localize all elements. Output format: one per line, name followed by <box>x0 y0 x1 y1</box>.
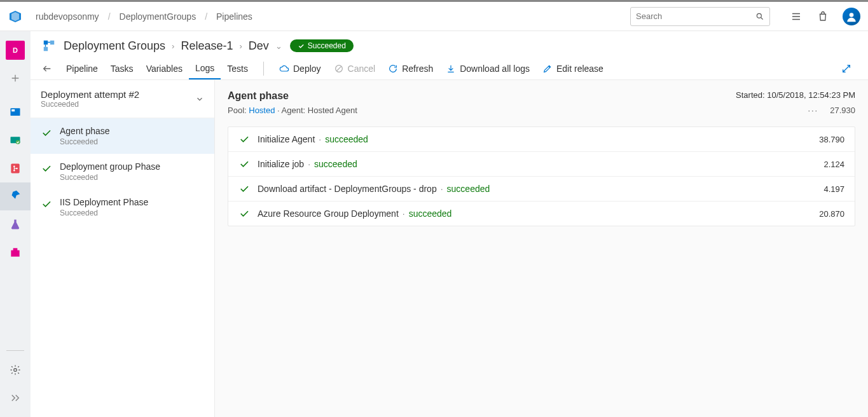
breadcrumb-sep: / <box>108 11 111 22</box>
status-badge: Succeeded <box>290 39 354 52</box>
project-tile[interactable]: D <box>6 41 25 60</box>
deployment-groups-icon <box>42 39 56 53</box>
svg-point-2 <box>850 13 854 17</box>
check-icon <box>41 127 52 139</box>
release-name[interactable]: Release-1 <box>181 39 233 53</box>
check-icon <box>238 158 250 170</box>
cloud-icon <box>279 64 289 74</box>
svg-line-1 <box>761 17 763 19</box>
edit-icon <box>542 64 553 74</box>
check-icon <box>238 183 250 195</box>
svg-rect-14 <box>44 41 48 44</box>
breadcrumb-project[interactable]: DeploymentGroups <box>120 11 196 22</box>
list-icon[interactable] <box>789 10 803 24</box>
check-icon <box>41 198 52 210</box>
nav-boards-icon[interactable] <box>6 103 25 122</box>
breadcrumb-section[interactable]: Pipelines <box>216 11 252 22</box>
chevron-down-icon[interactable]: ⌄ <box>275 41 282 51</box>
separator <box>263 62 264 76</box>
edit-release-button[interactable]: Edit release <box>536 60 610 78</box>
tab-tests[interactable]: Tests <box>221 58 254 79</box>
phase-item-agent[interactable]: Agent phaseSucceeded <box>31 118 214 154</box>
tab-tasks[interactable]: Tasks <box>104 58 140 79</box>
svg-rect-16 <box>44 47 48 51</box>
attempt-title: Deployment attempt #2 <box>41 89 139 100</box>
cancel-icon <box>334 64 344 74</box>
avatar[interactable] <box>843 8 860 25</box>
nav-test-icon[interactable] <box>6 215 25 234</box>
deploy-button[interactable]: Deploy <box>273 60 327 78</box>
chevron-right-icon: › <box>172 41 174 51</box>
phase-item-deployment-group[interactable]: Deployment group PhaseSucceeded <box>31 154 214 189</box>
check-icon <box>41 163 52 174</box>
attempt-status: Succeeded <box>41 100 139 109</box>
refresh-button[interactable]: Refresh <box>382 60 439 78</box>
more-icon[interactable]: ··· <box>808 106 818 115</box>
add-button[interactable] <box>6 69 25 88</box>
refresh-icon <box>388 64 398 74</box>
phase-item-iis[interactable]: IIS Deployment PhaseSucceeded <box>31 189 214 225</box>
search-box[interactable] <box>630 7 770 26</box>
pool-link[interactable]: Hosted <box>249 106 275 115</box>
task-row[interactable]: Initialize job·succeeded 2.124 <box>228 152 855 177</box>
check-icon <box>238 208 250 219</box>
chevron-right-icon: › <box>239 41 242 51</box>
shopping-bag-icon[interactable] <box>816 10 830 24</box>
settings-icon[interactable] <box>6 360 25 379</box>
svg-point-13 <box>14 369 17 372</box>
detail-panel: Agent phase Started: 10/5/2018, 12:54:23… <box>215 80 868 417</box>
task-row[interactable]: Azure Resource Group Deployment·succeede… <box>228 202 855 226</box>
fullscreen-icon[interactable] <box>841 64 851 74</box>
detail-started: Started: 10/5/2018, 12:54:23 PM <box>736 90 855 100</box>
cancel-button: Cancel <box>327 60 382 78</box>
svg-rect-4 <box>11 109 15 111</box>
svg-point-0 <box>757 13 761 18</box>
back-icon[interactable] <box>42 64 52 74</box>
task-row[interactable]: Download artifact - DeploymentGroups - d… <box>228 177 855 202</box>
nav-repos-icon[interactable] <box>6 159 25 178</box>
devops-logo-icon[interactable] <box>8 9 23 24</box>
attempt-header[interactable]: Deployment attempt #2 Succeeded <box>31 80 214 118</box>
nav-artifacts-icon[interactable] <box>6 243 25 262</box>
download-icon <box>446 64 456 74</box>
search-icon[interactable] <box>755 12 764 21</box>
nav-work-icon[interactable] <box>6 131 25 150</box>
download-logs-button[interactable]: Download all logs <box>439 60 536 78</box>
detail-total-time: 27.930 <box>830 106 855 115</box>
search-input[interactable] <box>636 11 755 21</box>
topbar: rubdevopsonmy / DeploymentGroups / Pipel… <box>0 0 868 31</box>
task-row[interactable]: Initialize Agent·succeeded 38.790 <box>228 127 855 152</box>
breadcrumb-org[interactable]: rubdevopsonmy <box>36 11 99 22</box>
check-icon <box>238 133 250 145</box>
detail-pool-info: Pool: Hosted · Agent: Hosted Agent <box>228 106 357 115</box>
page-header: Deployment Groups › Release-1 › Dev ⌄ Su… <box>31 31 868 53</box>
task-list: Initialize Agent·succeeded 38.790 Initia… <box>228 126 855 226</box>
svg-rect-15 <box>50 41 54 44</box>
tab-variables[interactable]: Variables <box>140 58 189 79</box>
tab-logs[interactable]: Logs <box>189 58 221 79</box>
tab-pipeline[interactable]: Pipeline <box>60 58 104 79</box>
svg-rect-12 <box>13 248 18 251</box>
detail-title: Agent phase <box>228 90 289 102</box>
collapse-icon[interactable] <box>6 388 25 407</box>
env-name[interactable]: Dev <box>249 39 269 53</box>
chevron-down-icon[interactable] <box>195 95 204 104</box>
siderail: D <box>0 31 31 417</box>
nav-pipelines-icon[interactable] <box>0 182 31 210</box>
tabbar: Pipeline Tasks Variables Logs Tests Depl… <box>31 53 868 80</box>
svg-line-18 <box>336 67 341 71</box>
breadcrumb-sep: / <box>205 11 207 22</box>
breadcrumb: rubdevopsonmy / DeploymentGroups / Pipel… <box>36 11 630 22</box>
page-title[interactable]: Deployment Groups <box>64 39 165 53</box>
phase-list: Deployment attempt #2 Succeeded Agent ph… <box>31 80 215 417</box>
